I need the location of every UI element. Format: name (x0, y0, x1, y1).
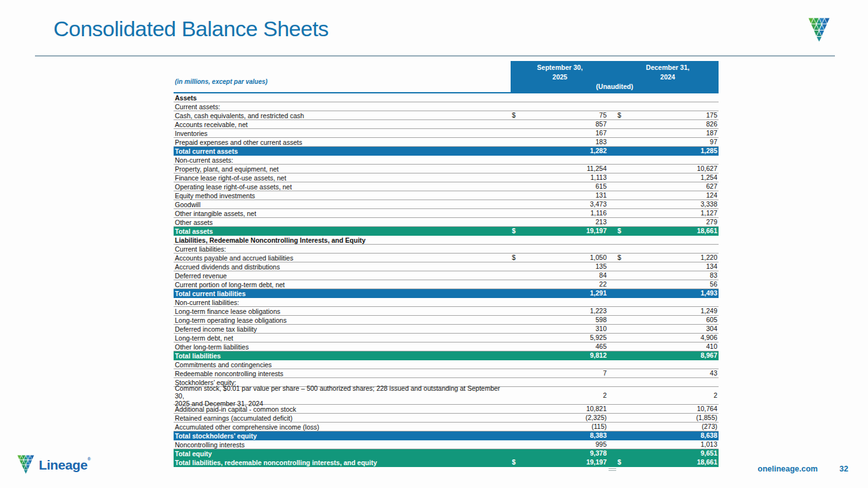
row-value: 1,254 (701, 174, 717, 181)
row-value: 2 (713, 392, 717, 399)
table-row: Current portion of long-term debt, net22… (174, 280, 719, 289)
balance-sheet-table: (in millions, except par values) Septemb… (174, 61, 719, 467)
row-value: 97 (710, 139, 717, 146)
value-dec31-2024: 304 (609, 325, 719, 332)
row-label: Long-term debt, net (174, 334, 511, 342)
row-value: 2 (603, 392, 607, 399)
row-label: Liabilities, Redeemable Noncontrolling I… (174, 236, 511, 244)
dollar-sign: $ (512, 459, 516, 466)
row-value: 8,967 (701, 352, 717, 359)
table-row: Accounts payable and accrued liabilities… (174, 254, 719, 262)
table-row: Finance lease right-of-use assets, net1,… (174, 173, 719, 182)
table-row: Equity method investments131124 (174, 191, 719, 200)
table-row: Accumulated other comprehensive income (… (174, 423, 719, 431)
row-label: Total current assets (174, 147, 511, 155)
row-value: (2,325) (586, 414, 607, 421)
table-row: Total liabilities9,8128,967 (174, 351, 719, 360)
row-value: 1,113 (591, 174, 607, 181)
value-sep30-2025: 131 (511, 192, 609, 199)
row-value: 22 (599, 281, 607, 288)
value-dec31-2024: 97 (609, 139, 719, 146)
row-value: 83 (710, 272, 717, 279)
row-value: 135 (595, 263, 607, 270)
row-value: 3,473 (590, 201, 607, 208)
row-value: 11,254 (587, 165, 607, 172)
row-value: 9,651 (701, 450, 717, 457)
row-value: 8,383 (590, 432, 607, 439)
brand-wordmark: Lineage® (39, 457, 90, 473)
value-sep30-2025: 857 (511, 121, 609, 128)
dollar-sign: $ (617, 112, 621, 119)
value-sep30-2025: 1,282 (511, 147, 609, 154)
value-sep30-2025: 1,113 (511, 174, 609, 181)
value-dec31-2024: (1,855) (609, 414, 719, 421)
page-title: Consolidated Balance Sheets (53, 17, 329, 41)
row-label: Total equity (174, 450, 511, 458)
value-dec31-2024: $18,661 (609, 459, 719, 466)
row-value: 7 (603, 370, 607, 377)
row-value: 213 (595, 219, 607, 226)
value-sep30-2025: 213 (511, 219, 609, 226)
dollar-sign: $ (617, 459, 621, 466)
row-value: 279 (706, 219, 717, 226)
table-row: Other intangible assets, net1,1161,127 (174, 209, 719, 218)
table-row: Other long-term liabilities465410 (174, 342, 719, 351)
value-dec31-2024: 1,013 (609, 441, 719, 448)
row-value: 627 (706, 183, 717, 190)
value-sep30-2025: 7 (511, 370, 609, 377)
column-header-year-2025: 2025 (511, 73, 609, 81)
row-value: 9,812 (590, 352, 607, 359)
footer-url-link[interactable]: onelineage.com (758, 464, 818, 473)
value-sep30-2025: 3,473 (511, 201, 609, 208)
table-row: Accounts receivable, net857826 (174, 120, 719, 129)
row-value: 304 (706, 325, 717, 332)
row-value: 1,050 (590, 254, 607, 261)
row-value: 1,116 (591, 210, 607, 217)
value-sep30-2025: 8,383 (511, 432, 609, 439)
table-row: Common stock, $0.01 par value per share … (174, 387, 719, 405)
row-value: (1,855) (696, 414, 717, 421)
table-row: Total assets$19,197$18,661 (174, 227, 719, 236)
table-row: Other assets213279 (174, 218, 719, 227)
value-dec31-2024: (273) (609, 423, 719, 430)
value-sep30-2025: 310 (511, 325, 609, 332)
table-row: Non-current liabilities: (174, 298, 719, 307)
row-label: Other assets (174, 219, 511, 226)
value-sep30-2025: $19,197 (511, 459, 609, 466)
value-sep30-2025: 9,378 (511, 450, 609, 457)
value-dec31-2024: 4,906 (609, 334, 719, 341)
table-header: (in millions, except par values) Septemb… (174, 61, 719, 93)
dollar-sign: $ (512, 112, 516, 119)
value-dec31-2024: $175 (609, 112, 719, 119)
unaudited-label: (Unaudited) (511, 83, 719, 90)
row-value: 8,638 (701, 432, 717, 439)
row-label: Prepaid expenses and other current asset… (174, 139, 511, 146)
row-value: 605 (706, 316, 717, 323)
table-row: Total current assets1,2821,285 (174, 147, 719, 156)
value-sep30-2025: 5,925 (511, 334, 609, 341)
value-dec31-2024: $18,661 (609, 227, 719, 234)
row-value: 18,661 (697, 459, 717, 466)
row-label: Non-current liabilities: (174, 299, 511, 306)
table-row: Noncontrolling interests9951,013 (174, 440, 719, 449)
table-caption-cell: (in millions, except par values) (174, 61, 511, 92)
value-sep30-2025: 615 (511, 183, 609, 190)
row-label: Assets (174, 94, 511, 102)
row-value: 19,197 (586, 459, 607, 466)
row-label: Accounts payable and accrued liabilities (174, 254, 511, 262)
value-sep30-2025: 10,821 (511, 405, 609, 412)
table-row: Accrued dividends and distributions13513… (174, 262, 719, 271)
lineage-shield-icon (808, 18, 830, 42)
row-value: 410 (706, 343, 717, 350)
value-dec31-2024: 826 (609, 121, 719, 128)
row-value: 19,197 (586, 227, 607, 234)
value-sep30-2025: 167 (511, 130, 609, 137)
row-value: 1,013 (701, 441, 717, 448)
value-sep30-2025: $19,197 (511, 227, 609, 234)
page-number: 32 (839, 464, 848, 473)
value-sep30-2025: 11,254 (511, 165, 609, 172)
registered-mark: ® (88, 457, 91, 461)
row-value: 310 (595, 325, 607, 332)
row-label: Goodwill (174, 201, 511, 208)
value-dec31-2024: 410 (609, 343, 719, 350)
